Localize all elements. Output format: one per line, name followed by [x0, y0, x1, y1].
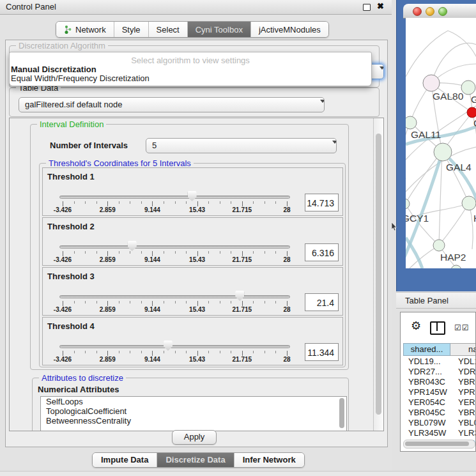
gear-icon[interactable]: ⚙: [411, 320, 421, 332]
attribute-item-topologicalcoefficient[interactable]: TopologicalCoefficient: [41, 406, 346, 416]
slider-thumb[interactable]: [235, 291, 244, 301]
threshold-value-field[interactable]: 11.344: [305, 343, 339, 361]
table-row[interactable]: YPR145WYPR1: [403, 387, 475, 397]
tick-mark: [220, 301, 220, 303]
tick-label: 2.859: [93, 206, 121, 213]
tick-mark: [107, 201, 108, 206]
threshold-panel-3: Threshold 3-3.4262.8599.14415.4321.71528…: [42, 267, 343, 316]
threshold-value-field[interactable]: 6.316: [305, 243, 339, 261]
node-label-gal4: GAL4: [446, 162, 472, 173]
algorithm-option-manual-discretization[interactable]: Manual Discretization: [11, 65, 369, 74]
tab-label: jActiveMNodules: [259, 25, 321, 35]
tick-label: 2.859: [93, 306, 121, 313]
network-node-ga[interactable]: [461, 81, 475, 95]
tick-label: 15.43: [183, 356, 211, 363]
network-node-gal80[interactable]: [423, 75, 440, 91]
network-node-hap2[interactable]: [433, 240, 445, 251]
network-canvas[interactable]: GAL80GACGAL11GAL4GCY1HHAP2: [406, 18, 476, 268]
slider-track[interactable]: [59, 245, 290, 249]
mac-zoom-icon[interactable]: [438, 7, 447, 16]
scrollbar-thumb[interactable]: [376, 134, 381, 415]
slider-track[interactable]: [59, 345, 290, 348]
network-node[interactable]: [451, 265, 461, 268]
attribute-item-selfloops[interactable]: SelfLoops: [41, 397, 346, 406]
numerical-attributes-list[interactable]: SelfLoopsTopologicalCoefficientBetweenne…: [40, 396, 347, 431]
cell-shared-name: YBL079W: [403, 418, 450, 428]
network-node-h[interactable]: [462, 196, 476, 210]
tick-label: 15.43: [183, 206, 211, 213]
thresholds-group-label: Threshold's Coordinates for 5 Intervals: [46, 158, 194, 168]
threshold-value-field[interactable]: 21.4: [305, 293, 339, 311]
table-row[interactable]: YBL079WYBL0: [403, 418, 475, 428]
tick-mark: [186, 251, 187, 254]
column-header-shared[interactable]: shared...: [403, 343, 450, 356]
table-row[interactable]: YBR043CYBR0: [403, 377, 475, 387]
tick-mark: [63, 301, 63, 306]
slider-thumb[interactable]: [164, 341, 173, 351]
tab-network[interactable]: Network: [56, 22, 114, 37]
tick-mark: [119, 351, 119, 353]
table-row[interactable]: YDL19...YDL1: [403, 357, 475, 367]
threshold-label: Threshold 3: [47, 272, 95, 281]
tick-mark: [253, 251, 254, 254]
slider-track[interactable]: [59, 196, 290, 199]
slider-track[interactable]: [59, 295, 290, 298]
tick-mark: [141, 201, 142, 204]
float-window-icon[interactable]: [363, 4, 371, 11]
tick-mark: [231, 201, 231, 204]
algorithm-option-equal-width-frequency-discretization[interactable]: Equal Width/Frequency Discretization: [11, 74, 369, 83]
network-node-c[interactable]: [467, 107, 476, 118]
tab-label: Network: [75, 25, 106, 35]
slider-thumb[interactable]: [128, 241, 137, 251]
tick-mark: [96, 351, 97, 353]
attributes-scrollbar[interactable]: [339, 397, 346, 429]
table-row[interactable]: YDR27...YDR2: [403, 367, 475, 377]
threshold-panel-1: Threshold 1-3.4262.8599.14415.4321.71528…: [42, 167, 343, 216]
mac-close-icon[interactable]: [413, 7, 422, 16]
table-row[interactable]: YER054CYER0: [403, 397, 475, 408]
tab-style[interactable]: Style: [114, 22, 149, 37]
network-node-gal4[interactable]: [434, 143, 452, 161]
scrollbar-thumb[interactable]: [405, 441, 469, 446]
tab-infer-network[interactable]: Infer Network: [234, 453, 304, 467]
checkbox-icons[interactable]: ☑☑: [454, 323, 470, 332]
apply-button[interactable]: Apply: [172, 430, 217, 445]
tick-label: 9.144: [138, 256, 166, 263]
column-header-name[interactable]: na: [450, 343, 475, 356]
close-icon[interactable]: ✖: [377, 1, 384, 11]
tab-impute-data[interactable]: Impute Data: [93, 453, 157, 467]
table-data-combo[interactable]: galFiltered.sif default node: [19, 97, 325, 112]
tick-label: 15.43: [183, 306, 211, 313]
tab-label: Style: [122, 25, 141, 35]
vertical-scrollbar[interactable]: [373, 118, 383, 431]
table-rows: YDL19...YDL1YDR27...YDR2YBR043CYBR0YPR14…: [403, 357, 475, 449]
table-panel-titlebar: Table Panel: [396, 292, 476, 309]
tick-mark: [275, 351, 276, 353]
threshold-value-field[interactable]: 14.713: [305, 194, 339, 211]
combo-arrows-icon: [374, 68, 380, 79]
columns-icon[interactable]: [430, 321, 445, 335]
tab-select[interactable]: Select: [149, 22, 188, 37]
tab-jactivemnodules[interactable]: jActiveMNodules: [251, 22, 328, 37]
tab-discretize-data[interactable]: Discretize Data: [157, 453, 234, 467]
cell-shared-name: YDL19...: [403, 357, 450, 367]
tick-mark: [85, 301, 86, 303]
tick-label: 2.859: [93, 356, 121, 363]
tick-mark: [208, 351, 209, 353]
horizontal-scrollbar[interactable]: [403, 440, 475, 449]
tick-mark: [164, 251, 164, 254]
network-node-gcy1[interactable]: [406, 199, 410, 209]
slider-thumb[interactable]: [188, 191, 197, 201]
mac-minimize-icon[interactable]: [426, 7, 434, 16]
network-node-gal11[interactable]: [406, 116, 417, 129]
cell-name: YER0: [450, 397, 475, 408]
tick-mark: [164, 351, 164, 353]
tab-cyni-toolbox[interactable]: Cyni Toolbox: [188, 22, 251, 37]
tick-mark: [242, 301, 243, 306]
tick-label: -3.426: [49, 306, 77, 313]
scrollbar-thumb[interactable]: [339, 398, 344, 428]
table-row[interactable]: YLR345WYLR3: [403, 428, 475, 438]
attribute-item-betweennesscentrality[interactable]: BetweennessCentrality: [41, 416, 346, 426]
table-row[interactable]: YBR045CYBR0: [403, 408, 475, 418]
number-of-intervals-combo[interactable]: 5: [146, 138, 337, 153]
